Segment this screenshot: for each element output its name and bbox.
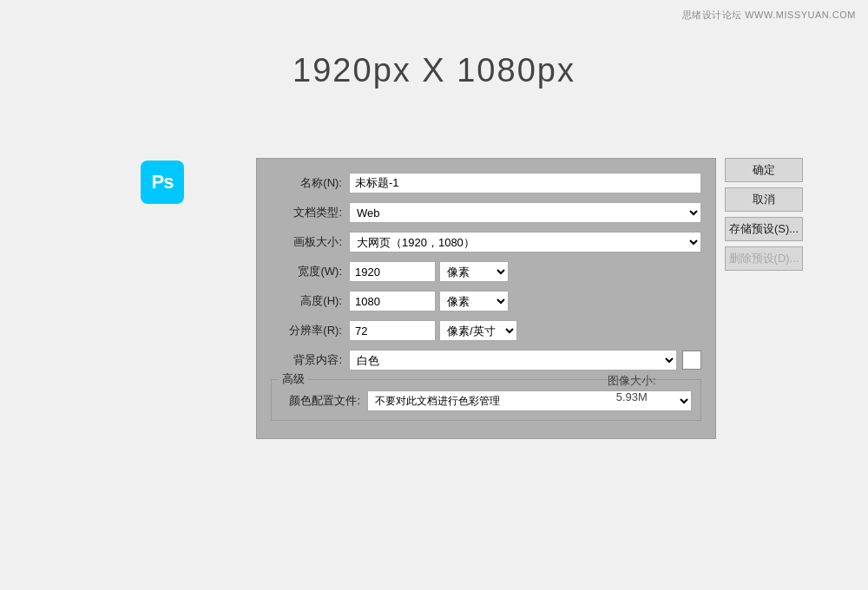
doc-type-select[interactable]: Web 自定 剪贴板 (349, 202, 701, 223)
color-swatch[interactable] (682, 351, 701, 370)
width-label: 宽度(W): (271, 264, 349, 279)
confirm-button[interactable]: 确定 (725, 158, 803, 182)
height-label: 高度(H): (271, 293, 349, 309)
canvas-size-select[interactable]: 大网页（1920，1080） 小网页（640，480） (349, 232, 701, 252)
height-row: 高度(H): 像素 英寸 厘米 (271, 291, 701, 311)
resolution-input[interactable] (349, 320, 436, 341)
name-label: 名称(N): (271, 175, 349, 191)
width-unit-select[interactable]: 像素 英寸 厘米 (439, 261, 509, 282)
watermark: 思绪设计论坛 WWW.MISSYUAN.COM (682, 9, 856, 22)
bg-row: 背景内容: 白色 黑色 背景色 透明 (271, 350, 701, 370)
bg-label: 背景内容: (271, 352, 349, 368)
color-profile-label: 颜色配置文件: (280, 393, 367, 409)
width-row: 宽度(W): 像素 英寸 厘米 (271, 261, 701, 282)
doc-type-label: 文档类型: (271, 205, 349, 220)
main-title: 1920px X 1080px (0, 52, 868, 89)
image-size-label: 图像大小: (608, 374, 656, 387)
save-preset-button[interactable]: 存储预设(S)... (725, 217, 803, 241)
height-input[interactable] (349, 291, 436, 311)
name-input[interactable] (349, 173, 701, 193)
bg-select[interactable]: 白色 黑色 背景色 透明 (349, 350, 677, 370)
ps-icon: Ps (141, 161, 184, 204)
canvas-size-row: 画板大小: 大网页（1920，1080） 小网页（640，480） (271, 232, 701, 252)
image-size-value: 5.93M (608, 390, 656, 403)
button-panel: 确定 取消 存储预设(S)... 删除预设(D)... (725, 158, 803, 271)
resolution-label: 分辨率(R): (271, 323, 349, 338)
doc-type-row: 文档类型: Web 自定 剪贴板 (271, 202, 701, 223)
width-input[interactable] (349, 261, 436, 282)
height-unit-select[interactable]: 像素 英寸 厘米 (439, 291, 509, 311)
resolution-row: 分辨率(R): 像素/英寸 像素/厘米 (271, 320, 701, 341)
name-row: 名称(N): (271, 173, 701, 193)
image-size-info: 图像大小: 5.93M (608, 373, 656, 403)
advanced-legend: 高级 (279, 371, 308, 387)
delete-preset-button[interactable]: 删除预设(D)... (725, 246, 803, 271)
canvas-size-label: 画板大小: (271, 234, 349, 250)
cancel-button[interactable]: 取消 (725, 187, 803, 212)
resolution-unit-select[interactable]: 像素/英寸 像素/厘米 (439, 320, 517, 341)
